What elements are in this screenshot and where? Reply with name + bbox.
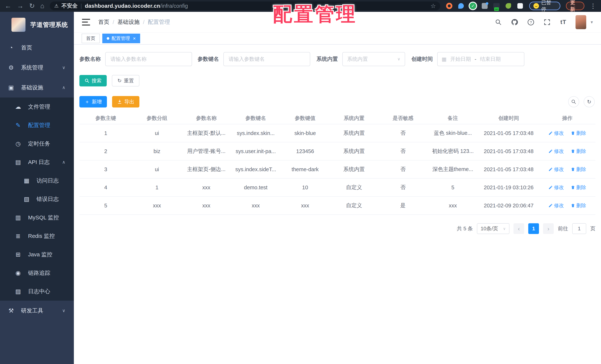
extension-gray-icon[interactable]: [481, 2, 488, 10]
sidebar-item-home[interactable]: ◔ 首页: [0, 38, 74, 58]
font-size-icon[interactable]: tT: [559, 18, 567, 26]
cell-actions: 修改 删除: [539, 196, 595, 215]
search-icon[interactable]: [494, 18, 502, 26]
browser-chrome: ← → ↻ ⌂ ⚠ 不安全 | dashboard.yudao.iocoder.…: [0, 0, 601, 12]
bookmark-star-icon[interactable]: ☆: [431, 2, 436, 10]
app-logo-row[interactable]: 芋道管理系统: [0, 12, 74, 38]
sidebar-item-label: 系统管理: [21, 64, 43, 71]
security-label: 不安全: [61, 2, 78, 10]
date-range-picker[interactable]: ▦ 开始日期 - 结束日期: [437, 52, 524, 66]
sidebar-item-system[interactable]: ⚙ 系统管理 ∨: [0, 58, 74, 78]
param-name-input[interactable]: [105, 52, 192, 66]
browser-update-button[interactable]: 更新: [566, 2, 584, 10]
help-icon[interactable]: ?: [527, 18, 535, 26]
search-button[interactable]: 搜索: [80, 75, 107, 86]
add-button[interactable]: ＋ 新增: [80, 96, 107, 108]
extension-orange-icon[interactable]: [446, 2, 453, 10]
param-key-input[interactable]: [223, 52, 310, 66]
browser-forward-icon[interactable]: →: [17, 3, 24, 9]
extension-check-icon[interactable]: ✓: [469, 2, 476, 10]
column-header-remark: 备注: [427, 112, 478, 124]
extension-on-badge-icon[interactable]: [493, 2, 500, 10]
delete-row-button[interactable]: 删除: [571, 130, 586, 136]
browser-menu-icon[interactable]: ⋮: [590, 2, 596, 10]
sidebar-item-redis[interactable]: ≣ Redis 监控: [0, 227, 74, 245]
tab-label: 首页: [86, 35, 95, 41]
delete-row-button[interactable]: 删除: [571, 148, 586, 155]
tab-config-active[interactable]: 配置管理 ×: [102, 34, 140, 43]
sidebar-item-job[interactable]: ◷ 定时任务: [0, 134, 74, 153]
sidebar-item-logcenter[interactable]: ▨ 日志中心: [0, 282, 74, 301]
redis-icon: ≣: [14, 233, 22, 240]
browser-reload-icon[interactable]: ↻: [29, 3, 35, 9]
page-unit-label: 页: [590, 225, 595, 232]
edit-icon: ✎: [14, 122, 22, 129]
sidebar-item-config[interactable]: ✎ 配置管理: [0, 116, 74, 134]
sidebar-item-accesslog[interactable]: ▦ 访问日志: [0, 171, 74, 190]
log-center-icon: ▨: [14, 288, 22, 295]
refresh-table-button[interactable]: ↻: [584, 96, 595, 107]
page-size-value: 10条/页: [481, 225, 498, 232]
browser-back-icon[interactable]: ←: [5, 3, 11, 9]
extension-pin-icon[interactable]: [458, 2, 465, 10]
page-size-select[interactable]: 10条/页 ∨: [477, 223, 510, 234]
sidebar-item-label: 首页: [21, 44, 32, 51]
edit-row-button[interactable]: 修改: [548, 166, 564, 173]
sidebar-item-infra[interactable]: ▣ 基础设施 ∧: [0, 78, 74, 98]
table-row: 3 ui 主框架页-侧边... sys.index.sideT... theme…: [80, 160, 595, 178]
sidebar-item-devtools[interactable]: ⚒ 研发工具 ∨: [0, 301, 74, 321]
reset-button[interactable]: ↻ 重置: [112, 75, 140, 86]
extension-leaf-icon[interactable]: [505, 2, 512, 10]
param-key-label: 参数键名: [198, 55, 219, 63]
tab-label: 配置管理: [111, 35, 130, 41]
sidebar-item-label: 错误日志: [37, 195, 59, 203]
config-page: 参数名称 参数键名 系统内置 系统内置 ∨ 创建时间 ▦ 开始日期 - 结束日期: [74, 45, 601, 234]
sidebar-item-apilog[interactable]: ▤ API 日志 ∧: [0, 153, 74, 171]
toggle-search-button[interactable]: [568, 96, 579, 107]
sidebar-item-java[interactable]: ⊞ Java 监控: [0, 245, 74, 264]
browser-home-icon[interactable]: ⌂: [40, 3, 44, 9]
table-row: 5 xxx xxx xxx xxx 自定义 是 xxx 2021-02-09 2…: [80, 196, 595, 215]
sidebar-item-errorlog[interactable]: ▧ 错误日志: [0, 190, 74, 208]
next-page-button[interactable]: ›: [543, 223, 554, 234]
sidebar-submenu-infra: ☁ 文件管理 ✎ 配置管理 ◷ 定时任务 ▤ API 日志 ∧ ▦ 访问日志 ▧: [0, 98, 74, 301]
edit-row-button[interactable]: 修改: [548, 130, 564, 136]
param-name-label: 参数名称: [80, 55, 101, 63]
edit-row-button[interactable]: 修改: [548, 202, 564, 209]
close-icon[interactable]: ×: [133, 36, 136, 41]
cell-key: demo.test: [231, 178, 281, 196]
sidebar-item-mysql[interactable]: ▥ MySQL 监控: [0, 208, 74, 227]
breadcrumb-home[interactable]: 首页: [98, 18, 109, 26]
cell-key: sys.user.init-pa...: [231, 142, 281, 160]
prev-page-button[interactable]: ‹: [513, 223, 524, 234]
profile-paused-badge[interactable]: 已暂停: [529, 2, 560, 10]
github-icon[interactable]: [511, 18, 519, 26]
chevron-up-icon: ∧: [62, 160, 65, 165]
current-page-button[interactable]: 1: [528, 223, 539, 234]
pencil-icon: [548, 167, 553, 172]
cell-created: 2021-01-05 17:03:48: [478, 124, 539, 142]
edit-row-button[interactable]: 修改: [548, 148, 564, 155]
fullscreen-icon[interactable]: [543, 18, 551, 26]
address-bar[interactable]: ⚠ 不安全 | dashboard.yudao.iocoder.cn/infra…: [50, 1, 440, 10]
cell-remark: 深色主题theme...: [427, 160, 478, 178]
goto-page-input[interactable]: [572, 223, 586, 234]
export-button[interactable]: 导出: [112, 96, 140, 108]
edit-row-button[interactable]: 修改: [548, 184, 564, 191]
extensions-puzzle-icon[interactable]: [517, 2, 524, 10]
delete-row-button[interactable]: 删除: [571, 184, 586, 191]
export-button-label: 导出: [124, 98, 134, 105]
user-avatar[interactable]: [576, 15, 586, 29]
tab-home[interactable]: 首页: [82, 34, 100, 43]
java-icon: ⊞: [14, 251, 22, 258]
breadcrumb-infra[interactable]: 基础设施: [117, 18, 140, 26]
delete-row-button[interactable]: 删除: [571, 166, 586, 173]
collapse-menu-icon[interactable]: [82, 19, 90, 25]
sidebar-item-file[interactable]: ☁ 文件管理: [0, 98, 74, 116]
date-end-placeholder: 结束日期: [480, 56, 501, 63]
avatar-caret-icon[interactable]: ▾: [591, 20, 593, 25]
delete-row-button[interactable]: 删除: [571, 202, 586, 209]
builtin-select[interactable]: 系统内置 ∨: [342, 52, 405, 66]
sidebar-item-label: 链路追踪: [28, 269, 50, 277]
sidebar-item-trace[interactable]: ◉ 链路追踪: [0, 264, 74, 282]
